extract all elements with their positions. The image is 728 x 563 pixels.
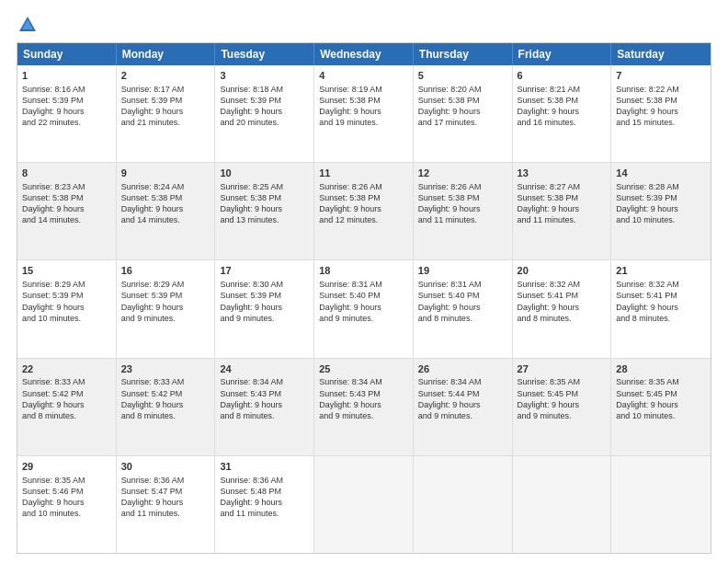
calendar-cell: 22Sunrise: 8:33 AMSunset: 5:42 PMDayligh… [17, 359, 117, 455]
day-number: 24 [220, 362, 309, 376]
calendar-header: SundayMondayTuesdayWednesdayThursdayFrid… [17, 43, 711, 65]
header-day-wednesday: Wednesday [314, 43, 414, 65]
cell-info: Sunrise: 8:32 AMSunset: 5:41 PMDaylight:… [616, 279, 706, 324]
calendar-cell: 5Sunrise: 8:20 AMSunset: 5:38 PMDaylight… [414, 65, 513, 162]
calendar-cell: 18Sunrise: 8:31 AMSunset: 5:40 PMDayligh… [314, 260, 414, 357]
cell-info: Sunrise: 8:34 AMSunset: 5:43 PMDaylight:… [319, 376, 408, 421]
calendar-cell [314, 456, 414, 553]
calendar-row-4: 22Sunrise: 8:33 AMSunset: 5:42 PMDayligh… [17, 359, 711, 456]
calendar-cell: 25Sunrise: 8:34 AMSunset: 5:43 PMDayligh… [314, 359, 414, 455]
day-number: 21 [616, 264, 706, 278]
calendar-cell: 7Sunrise: 8:22 AMSunset: 5:38 PMDaylight… [611, 65, 711, 162]
calendar-cell [513, 456, 612, 553]
calendar-cell: 17Sunrise: 8:30 AMSunset: 5:39 PMDayligh… [215, 260, 314, 357]
day-number: 30 [121, 460, 210, 474]
calendar-cell [414, 456, 513, 553]
header-day-tuesday: Tuesday [215, 43, 314, 65]
cell-info: Sunrise: 8:26 AMSunset: 5:38 PMDaylight:… [319, 181, 408, 226]
calendar-row-2: 8Sunrise: 8:23 AMSunset: 5:38 PMDaylight… [17, 163, 711, 260]
header-day-sunday: Sunday [17, 43, 117, 65]
day-number: 11 [319, 167, 408, 180]
calendar-cell: 3Sunrise: 8:18 AMSunset: 5:39 PMDaylight… [215, 65, 314, 162]
cell-info: Sunrise: 8:19 AMSunset: 5:38 PMDaylight:… [319, 84, 408, 129]
calendar-cell: 31Sunrise: 8:36 AMSunset: 5:48 PMDayligh… [215, 456, 314, 553]
day-number: 29 [22, 460, 111, 474]
day-number: 8 [22, 167, 111, 180]
cell-info: Sunrise: 8:17 AMSunset: 5:39 PMDaylight:… [121, 84, 210, 129]
cell-info: Sunrise: 8:34 AMSunset: 5:44 PMDaylight:… [418, 376, 507, 421]
day-number: 10 [220, 167, 309, 180]
cell-info: Sunrise: 8:29 AMSunset: 5:39 PMDaylight:… [121, 279, 210, 324]
calendar-cell: 29Sunrise: 8:35 AMSunset: 5:46 PMDayligh… [17, 456, 117, 553]
calendar-cell: 9Sunrise: 8:24 AMSunset: 5:38 PMDaylight… [117, 163, 216, 259]
day-number: 20 [518, 264, 607, 278]
header-day-monday: Monday [117, 43, 216, 65]
calendar-cell [611, 456, 711, 553]
calendar-cell: 14Sunrise: 8:28 AMSunset: 5:39 PMDayligh… [611, 163, 711, 259]
day-number: 9 [121, 167, 210, 180]
cell-info: Sunrise: 8:23 AMSunset: 5:38 PMDaylight:… [22, 181, 111, 226]
cell-info: Sunrise: 8:36 AMSunset: 5:47 PMDaylight:… [121, 475, 210, 520]
calendar-cell: 16Sunrise: 8:29 AMSunset: 5:39 PMDayligh… [117, 260, 216, 357]
cell-info: Sunrise: 8:24 AMSunset: 5:38 PMDaylight:… [121, 181, 210, 226]
day-number: 14 [616, 167, 706, 180]
cell-info: Sunrise: 8:32 AMSunset: 5:41 PMDaylight:… [518, 279, 607, 324]
day-number: 28 [616, 362, 706, 376]
cell-info: Sunrise: 8:16 AMSunset: 5:39 PMDaylight:… [22, 84, 111, 129]
header-day-friday: Friday [513, 43, 612, 65]
calendar-cell: 27Sunrise: 8:35 AMSunset: 5:45 PMDayligh… [513, 359, 612, 455]
calendar-cell: 23Sunrise: 8:33 AMSunset: 5:42 PMDayligh… [117, 359, 216, 455]
cell-info: Sunrise: 8:34 AMSunset: 5:43 PMDaylight:… [220, 376, 309, 421]
cell-info: Sunrise: 8:27 AMSunset: 5:38 PMDaylight:… [518, 181, 607, 226]
cell-info: Sunrise: 8:21 AMSunset: 5:38 PMDaylight:… [518, 84, 607, 129]
day-number: 6 [518, 69, 607, 83]
calendar-cell: 24Sunrise: 8:34 AMSunset: 5:43 PMDayligh… [215, 359, 314, 455]
cell-info: Sunrise: 8:36 AMSunset: 5:48 PMDaylight:… [220, 475, 309, 520]
calendar-cell: 30Sunrise: 8:36 AMSunset: 5:47 PMDayligh… [117, 456, 216, 553]
calendar-cell: 26Sunrise: 8:34 AMSunset: 5:44 PMDayligh… [414, 359, 513, 455]
calendar-row-1: 1Sunrise: 8:16 AMSunset: 5:39 PMDaylight… [17, 65, 711, 163]
cell-info: Sunrise: 8:35 AMSunset: 5:46 PMDaylight:… [22, 475, 111, 520]
calendar-cell: 13Sunrise: 8:27 AMSunset: 5:38 PMDayligh… [513, 163, 612, 259]
calendar-cell: 4Sunrise: 8:19 AMSunset: 5:38 PMDaylight… [314, 65, 414, 162]
cell-info: Sunrise: 8:25 AMSunset: 5:38 PMDaylight:… [220, 181, 309, 226]
day-number: 4 [319, 69, 408, 83]
calendar-row-5: 29Sunrise: 8:35 AMSunset: 5:46 PMDayligh… [17, 456, 711, 553]
day-number: 3 [220, 69, 309, 83]
calendar-cell: 1Sunrise: 8:16 AMSunset: 5:39 PMDaylight… [17, 65, 117, 162]
day-number: 13 [518, 167, 607, 180]
page: SundayMondayTuesdayWednesdayThursdayFrid… [0, 0, 728, 563]
cell-info: Sunrise: 8:28 AMSunset: 5:39 PMDaylight:… [616, 181, 706, 226]
day-number: 22 [22, 362, 111, 376]
calendar-cell: 28Sunrise: 8:35 AMSunset: 5:45 PMDayligh… [611, 359, 711, 455]
day-number: 16 [121, 264, 210, 278]
calendar-cell: 10Sunrise: 8:25 AMSunset: 5:38 PMDayligh… [215, 163, 314, 259]
cell-info: Sunrise: 8:35 AMSunset: 5:45 PMDaylight:… [616, 376, 706, 421]
cell-info: Sunrise: 8:35 AMSunset: 5:45 PMDaylight:… [518, 376, 607, 421]
calendar-cell: 11Sunrise: 8:26 AMSunset: 5:38 PMDayligh… [314, 163, 414, 259]
day-number: 19 [418, 264, 507, 278]
cell-info: Sunrise: 8:31 AMSunset: 5:40 PMDaylight:… [319, 279, 408, 324]
day-number: 25 [319, 362, 408, 376]
cell-info: Sunrise: 8:18 AMSunset: 5:39 PMDaylight:… [220, 84, 309, 129]
day-number: 1 [22, 69, 111, 83]
header [17, 15, 711, 35]
cell-info: Sunrise: 8:33 AMSunset: 5:42 PMDaylight:… [22, 376, 111, 421]
calendar-cell: 2Sunrise: 8:17 AMSunset: 5:39 PMDaylight… [117, 65, 216, 162]
day-number: 7 [616, 69, 706, 83]
logo [17, 15, 39, 35]
day-number: 26 [418, 362, 507, 376]
calendar-cell: 6Sunrise: 8:21 AMSunset: 5:38 PMDaylight… [513, 65, 612, 162]
cell-info: Sunrise: 8:31 AMSunset: 5:40 PMDaylight:… [418, 279, 507, 324]
cell-info: Sunrise: 8:30 AMSunset: 5:39 PMDaylight:… [220, 279, 309, 324]
day-number: 18 [319, 264, 408, 278]
day-number: 23 [121, 362, 210, 376]
calendar-body: 1Sunrise: 8:16 AMSunset: 5:39 PMDaylight… [17, 65, 711, 553]
calendar-cell: 19Sunrise: 8:31 AMSunset: 5:40 PMDayligh… [414, 260, 513, 357]
calendar-cell: 12Sunrise: 8:26 AMSunset: 5:38 PMDayligh… [414, 163, 513, 259]
day-number: 15 [22, 264, 111, 278]
day-number: 31 [220, 460, 309, 474]
calendar-cell: 20Sunrise: 8:32 AMSunset: 5:41 PMDayligh… [513, 260, 612, 357]
calendar-cell: 8Sunrise: 8:23 AMSunset: 5:38 PMDaylight… [17, 163, 117, 259]
logo-icon [17, 15, 38, 35]
